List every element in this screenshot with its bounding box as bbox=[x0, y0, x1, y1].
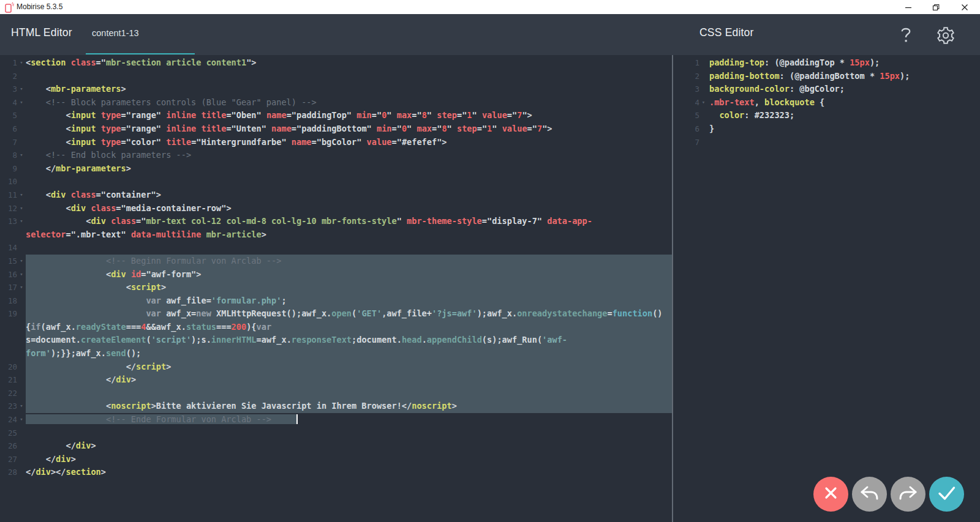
code-line[interactable]: 13▾ <div class="mbr-text col-12 col-md-8… bbox=[0, 215, 672, 228]
code-line[interactable]: 17▾ <script> bbox=[0, 281, 672, 294]
code-line[interactable]: 4▾.mbr-text, blockquote { bbox=[673, 96, 980, 110]
editor-header: HTML Editor content1-13 CSS Editor bbox=[0, 14, 980, 55]
code-line[interactable]: 12▾ <div class="media-container-row"> bbox=[0, 202, 672, 215]
line-number: 1 bbox=[0, 56, 17, 70]
code-text: </mbr-parameters> bbox=[26, 162, 672, 176]
fold-arrow-icon[interactable]: ▾ bbox=[17, 268, 26, 282]
cancel-button[interactable] bbox=[813, 477, 848, 512]
fold-arrow-icon[interactable]: ▾ bbox=[17, 83, 26, 96]
help-icon[interactable] bbox=[899, 26, 913, 47]
line-number: 1 bbox=[673, 56, 699, 70]
code-line[interactable]: 20 </script> bbox=[0, 360, 672, 374]
fold-arrow-icon[interactable]: ▾ bbox=[17, 188, 26, 202]
fold-spacer bbox=[17, 466, 26, 479]
fold-spacer bbox=[17, 162, 26, 176]
code-text: var awf_x=new XMLHttpRequest();awf_x.ope… bbox=[26, 307, 672, 321]
restore-button[interactable] bbox=[925, 0, 946, 14]
line-number bbox=[0, 228, 17, 242]
code-text: var awf_file='formular.php'; bbox=[26, 294, 672, 308]
line-number: 17 bbox=[0, 281, 17, 294]
code-line[interactable]: 3▾ <mbr-parameters> bbox=[0, 83, 672, 96]
code-line[interactable]: {if(awf_x.readyState===4&&awf_x.status==… bbox=[0, 321, 672, 334]
line-number: 11 bbox=[0, 188, 17, 202]
code-text: <div class="container"> bbox=[26, 188, 672, 202]
code-line[interactable]: 1▾<section class="mbr-section article co… bbox=[0, 56, 672, 70]
code-line[interactable]: 16▾ <div id="awf-form"> bbox=[0, 268, 672, 282]
fold-spacer bbox=[17, 427, 26, 440]
code-line[interactable]: 5 color: #232323; bbox=[673, 109, 980, 122]
code-text: <!-- End block parameters --> bbox=[26, 149, 672, 162]
fold-arrow-icon[interactable]: ▾ bbox=[17, 215, 26, 228]
html-code-editor[interactable]: 1▾<section class="mbr-section article co… bbox=[0, 55, 672, 522]
code-text: <input type="range" inline title="Oben" … bbox=[26, 109, 672, 122]
code-line[interactable]: 28</div></section> bbox=[0, 466, 672, 479]
confirm-button[interactable] bbox=[929, 477, 964, 512]
code-line[interactable]: 18 var awf_file='formular.php'; bbox=[0, 294, 672, 308]
code-text: </div> bbox=[26, 373, 672, 387]
code-line[interactable]: 11▾ <div class="container"> bbox=[0, 188, 672, 202]
code-line[interactable]: 23▾ <noscript>Bitte aktivieren Sie Javas… bbox=[0, 400, 672, 413]
code-text: </div> bbox=[26, 453, 672, 466]
fold-arrow-icon[interactable]: ▾ bbox=[17, 400, 26, 413]
fold-arrow-icon[interactable]: ▾ bbox=[17, 56, 26, 70]
code-line[interactable]: selector=".mbr-text" data-multiline mbr-… bbox=[0, 228, 672, 242]
fold-arrow-icon[interactable]: ▾ bbox=[17, 149, 26, 162]
line-number: 7 bbox=[0, 136, 17, 149]
fold-spacer bbox=[699, 56, 707, 70]
code-line[interactable]: 2padding-bottom: (@paddingBottom * 15px)… bbox=[673, 70, 980, 83]
code-line[interactable]: 26 </div> bbox=[0, 439, 672, 453]
line-number: 3 bbox=[0, 83, 17, 96]
line-number: 7 bbox=[673, 136, 699, 149]
gear-icon[interactable] bbox=[936, 26, 956, 48]
x-icon bbox=[813, 475, 848, 513]
line-number bbox=[0, 321, 17, 334]
fold-spacer bbox=[17, 334, 26, 347]
code-line[interactable]: 19 var awf_x=new XMLHttpRequest();awf_x.… bbox=[0, 307, 672, 321]
fold-arrow-icon[interactable]: ▾ bbox=[17, 281, 26, 294]
code-line[interactable]: 6} bbox=[673, 122, 980, 136]
line-number: 4 bbox=[673, 96, 699, 110]
code-text bbox=[26, 427, 672, 440]
line-number: 8 bbox=[0, 149, 17, 162]
code-line[interactable]: 27 </div> bbox=[0, 453, 672, 466]
line-number: 14 bbox=[0, 241, 17, 255]
code-line[interactable]: 7 bbox=[673, 136, 980, 149]
code-line[interactable]: 6 <input type="range" inline title="Unte… bbox=[0, 122, 672, 136]
code-line[interactable]: 7 <input type="color" title="Hintergrund… bbox=[0, 136, 672, 149]
fold-arrow-icon[interactable]: ▾ bbox=[17, 255, 26, 268]
code-line[interactable]: 10 bbox=[0, 175, 672, 188]
code-line[interactable]: 14 bbox=[0, 241, 672, 255]
code-line[interactable]: s=document.createElement('script');s.inn… bbox=[0, 334, 672, 347]
fold-arrow-icon[interactable]: ▾ bbox=[699, 96, 707, 110]
text-cursor bbox=[296, 414, 298, 424]
code-line[interactable]: 1padding-top: (@paddingTop * 15px); bbox=[673, 56, 980, 70]
css-code-editor[interactable]: 1padding-top: (@paddingTop * 15px);2padd… bbox=[673, 55, 980, 522]
fold-spacer bbox=[17, 321, 26, 334]
code-line[interactable]: 5 <input type="range" inline title="Oben… bbox=[0, 109, 672, 122]
code-text: <script> bbox=[26, 281, 672, 294]
code-line[interactable]: 24▾ <!-- Ende Formular von Arclab --> bbox=[0, 413, 672, 427]
code-line[interactable]: 22 bbox=[0, 387, 672, 400]
redo-button[interactable] bbox=[891, 477, 925, 512]
code-line[interactable]: 15▾ <!-- Beginn Formular von Arclab --> bbox=[0, 255, 672, 268]
fold-arrow-icon[interactable]: ▾ bbox=[17, 202, 26, 215]
code-line[interactable]: 8▾ <!-- End block parameters --> bbox=[0, 149, 672, 162]
line-number: 26 bbox=[0, 439, 17, 453]
code-line[interactable]: 4▾ <!-- Block parameters controls (Blue … bbox=[0, 96, 672, 110]
code-line[interactable]: 25 bbox=[0, 427, 672, 440]
close-button[interactable] bbox=[954, 0, 975, 14]
code-text: {if(awf_x.readyState===4&&awf_x.status==… bbox=[26, 321, 672, 334]
fold-arrow-icon[interactable]: ▾ bbox=[17, 96, 26, 110]
code-line[interactable]: 9 </mbr-parameters> bbox=[0, 162, 672, 176]
tab-content1-13[interactable]: content1-13 bbox=[86, 14, 195, 55]
code-line[interactable]: 3background-color: @bgColor; bbox=[673, 83, 980, 96]
undo-button[interactable] bbox=[852, 477, 887, 512]
code-line[interactable]: form');}};awf_x.send(); bbox=[0, 347, 672, 360]
fold-spacer bbox=[17, 373, 26, 387]
tab-label: content1-13 bbox=[92, 28, 139, 38]
code-text: <input type="range" inline title="Unten"… bbox=[26, 122, 672, 136]
code-line[interactable]: 21 </div> bbox=[0, 373, 672, 387]
fold-arrow-icon[interactable]: ▾ bbox=[17, 413, 26, 427]
minimize-button[interactable] bbox=[898, 0, 919, 14]
code-line[interactable]: 2 bbox=[0, 70, 672, 83]
